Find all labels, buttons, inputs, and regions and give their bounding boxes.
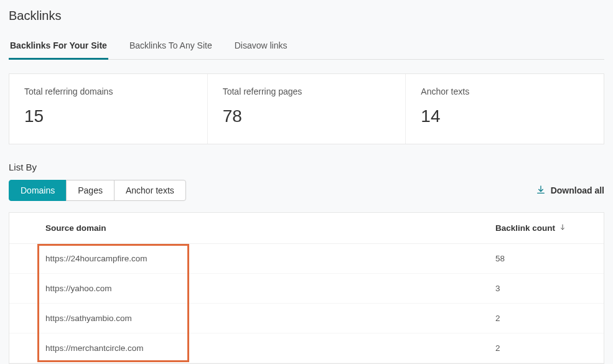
cell-domain: https://yahoo.com	[45, 284, 495, 293]
listby-segment: Domains Pages Anchor texts	[9, 180, 186, 201]
tab-disavow[interactable]: Disavow links	[233, 37, 289, 59]
download-all-button[interactable]: Download all	[536, 185, 604, 197]
domains-table: Source domain Backlink count https://24h…	[9, 212, 604, 364]
download-icon	[536, 185, 546, 197]
cell-count: 58	[495, 254, 589, 263]
stat-value: 78	[223, 106, 391, 126]
stat-referring-pages: Total referring pages 78	[208, 74, 406, 144]
col-header-count-label: Backlink count	[495, 223, 555, 233]
col-header-count[interactable]: Backlink count	[495, 223, 589, 233]
cell-domain: https://sathyambio.com	[45, 314, 495, 323]
cell-domain: https://merchantcircle.com	[45, 343, 495, 353]
table-row[interactable]: https://24hourcampfire.com 58	[9, 244, 604, 274]
table-row[interactable]: https://merchantcircle.com 2	[9, 334, 604, 363]
cell-count: 2	[495, 314, 589, 323]
stat-label: Total referring domains	[24, 86, 192, 96]
stat-value: 15	[24, 106, 192, 126]
tabs: Backlinks For Your Site Backlinks To Any…	[9, 37, 604, 60]
col-header-domain[interactable]: Source domain	[45, 223, 495, 233]
tab-backlinks-any-site[interactable]: Backlinks To Any Site	[128, 37, 213, 59]
listby-header: List By	[9, 162, 604, 172]
seg-anchor-texts[interactable]: Anchor texts	[114, 180, 186, 201]
page-title: Backlinks	[9, 9, 604, 23]
cell-count: 2	[495, 343, 589, 353]
table-row[interactable]: https://yahoo.com 3	[9, 274, 604, 304]
sort-down-icon	[559, 223, 566, 233]
table-row[interactable]: https://sathyambio.com 2	[9, 304, 604, 334]
seg-domains[interactable]: Domains	[9, 180, 67, 201]
stat-value: 14	[421, 106, 589, 126]
download-label: Download all	[551, 185, 604, 195]
stat-anchor-texts: Anchor texts 14	[406, 74, 604, 144]
stats-panel: Total referring domains 15 Total referri…	[9, 73, 604, 144]
stat-label: Anchor texts	[421, 86, 589, 96]
stat-label: Total referring pages	[223, 86, 391, 96]
tab-backlinks-your-site[interactable]: Backlinks For Your Site	[9, 37, 108, 59]
seg-pages[interactable]: Pages	[66, 180, 115, 201]
cell-domain: https://24hourcampfire.com	[45, 254, 495, 263]
cell-count: 3	[495, 284, 589, 293]
table-header: Source domain Backlink count	[9, 213, 604, 244]
stat-referring-domains: Total referring domains 15	[9, 74, 208, 144]
